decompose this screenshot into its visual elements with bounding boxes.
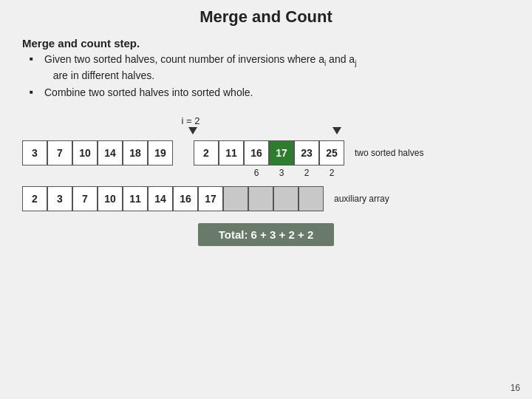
aux-cell-0: 2 xyxy=(22,186,47,211)
count-1: 3 xyxy=(269,167,294,179)
left-cell-0: 3 xyxy=(22,140,47,166)
diagram-area: i = 2 3 7 10 14 18 19 2 11 16 17 23 25 t… xyxy=(22,114,510,246)
count-3: 2 xyxy=(319,167,344,179)
page-title: Merge and Count xyxy=(0,0,532,33)
aux-cell-5: 14 xyxy=(148,186,173,211)
count-2: 2 xyxy=(294,167,319,179)
auxiliary-label: auxiliary array xyxy=(334,194,389,204)
aux-row-wrapper: 2 3 7 10 11 14 16 17 auxiliary array xyxy=(22,186,510,211)
page-number: 16 xyxy=(511,383,520,393)
right-cell-0: 2 xyxy=(194,140,219,166)
left-cell-1: 7 xyxy=(47,140,72,166)
left-cell-2: 10 xyxy=(72,140,98,166)
count-row: 6 3 2 2 xyxy=(22,167,510,179)
bullet-list: Given two sorted halves, count number of… xyxy=(22,52,510,100)
aux-cell-7: 17 xyxy=(198,186,223,211)
right-arrow-down xyxy=(332,127,341,134)
i-label-row: i = 2 xyxy=(37,114,495,140)
aux-cell-11 xyxy=(299,186,324,211)
left-cell-3: 14 xyxy=(98,140,123,166)
two-sorted-label: two sorted halves xyxy=(355,148,423,158)
i-arrow-down xyxy=(188,127,197,134)
left-cell-5: 19 xyxy=(148,140,173,166)
aux-cell-2: 7 xyxy=(72,186,98,211)
aux-cell-10 xyxy=(273,186,299,211)
aux-cell-6: 16 xyxy=(173,186,198,211)
bullet-2: Combine two sorted halves into sorted wh… xyxy=(30,86,510,100)
arrays-row: 3 7 10 14 18 19 2 11 16 17 23 25 two sor… xyxy=(22,140,510,166)
right-cell-5: 25 xyxy=(319,140,344,166)
right-cell-4: 23 xyxy=(294,140,319,166)
right-cell-1: 11 xyxy=(219,140,244,166)
count-0: 6 xyxy=(244,167,269,179)
section-heading: Merge and count step. xyxy=(22,37,510,50)
i-label: i = 2 xyxy=(176,115,205,126)
aux-cell-8 xyxy=(223,186,248,211)
right-cell-2: 16 xyxy=(244,140,269,166)
aux-cell-1: 3 xyxy=(47,186,72,211)
left-cell-4: 18 xyxy=(123,140,148,166)
aux-cell-3: 10 xyxy=(98,186,123,211)
right-cell-3-highlight: 17 xyxy=(269,140,294,166)
aux-cell-9 xyxy=(248,186,273,211)
total-banner: Total: 6 + 3 + 2 + 2 xyxy=(198,223,335,246)
bullet-1: Given two sorted halves, count number of… xyxy=(30,52,510,83)
aux-cell-4: 11 xyxy=(123,186,148,211)
